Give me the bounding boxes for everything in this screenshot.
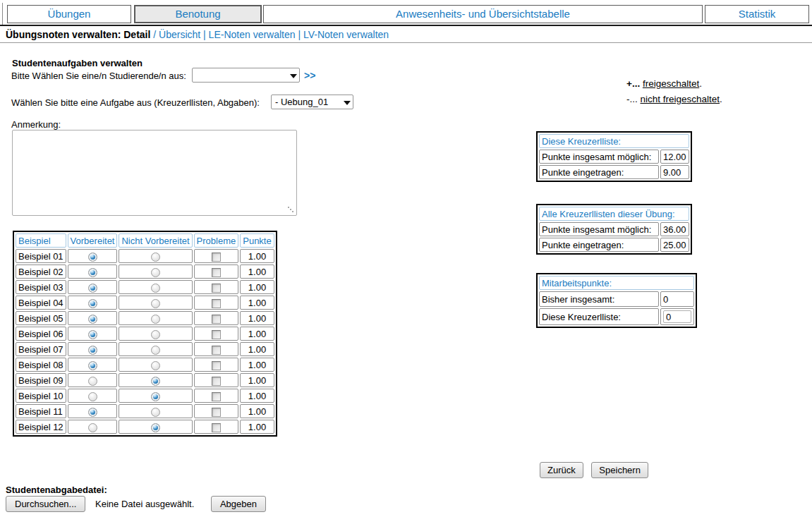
action-buttons: Zurück Speichern — [540, 462, 654, 478]
checkbox-probleme[interactable] — [212, 315, 221, 324]
radio-nicht-vorbereitet-cell — [119, 264, 192, 279]
radio-vorbereitet[interactable] — [88, 392, 97, 401]
radio-nicht-vorbereitet-cell — [119, 404, 192, 418]
radio-vorbereitet[interactable] — [88, 346, 97, 355]
probleme-cell — [194, 296, 239, 310]
radio-vorbereitet-cell — [68, 342, 118, 356]
student-select[interactable] — [192, 68, 300, 83]
save-button[interactable]: Speichern — [591, 462, 648, 478]
info-label: Punkte eingetragen: — [539, 165, 659, 179]
radio-vorbereitet[interactable] — [88, 330, 97, 339]
checkbox-probleme[interactable] — [212, 253, 221, 262]
grading-table-header-row: Beispiel Vorbereitet Nicht Vorbereitet P… — [16, 233, 274, 248]
student-jump-link[interactable]: >> — [304, 70, 315, 81]
info-value-cell — [660, 308, 694, 325]
table-row: Beispiel 091.00 — [16, 373, 274, 387]
breadcrumb: Übungsnoten verwalten: Detail / Übersich… — [6, 29, 389, 40]
breadcrumb-slash: / — [153, 29, 156, 40]
radio-nicht-vorbereitet[interactable] — [151, 408, 160, 417]
info-value: 9.00 — [660, 165, 689, 179]
table-row: Beispiel 121.00 — [16, 420, 274, 434]
task-select[interactable]: - Uebung_01 — [271, 95, 353, 109]
radio-nicht-vorbereitet-cell — [119, 327, 192, 341]
radio-nicht-vorbereitet[interactable] — [151, 361, 160, 370]
table-row: Diese Kreuzerlliste: — [539, 308, 694, 325]
table-row: Beispiel 111.00 — [16, 404, 274, 418]
radio-vorbereitet[interactable] — [88, 408, 97, 417]
radio-vorbereitet[interactable] — [88, 423, 97, 432]
legend-freigeschaltet-label: freigeschaltet — [643, 78, 699, 89]
radio-vorbereitet[interactable] — [88, 253, 97, 262]
checkbox-probleme[interactable] — [212, 408, 221, 417]
col-header-vorbereitet: Vorbereitet — [68, 233, 118, 248]
info-label: Bisher insgesamt: — [539, 291, 659, 307]
checkbox-probleme[interactable] — [212, 268, 221, 277]
beispiel-name: Beispiel 06 — [16, 327, 66, 341]
checkbox-probleme[interactable] — [212, 392, 221, 401]
resize-grip-icon[interactable] — [288, 207, 289, 208]
tab-statistik[interactable]: Statistik — [705, 5, 809, 23]
radio-nicht-vorbereitet[interactable] — [151, 377, 160, 386]
radio-vorbereitet-cell — [68, 420, 118, 434]
checkbox-probleme[interactable] — [212, 330, 221, 339]
radio-nicht-vorbereitet[interactable] — [151, 423, 160, 432]
legend-freigeschaltet: +... freigeschaltet. — [626, 78, 702, 89]
radio-nicht-vorbereitet-cell — [119, 311, 192, 325]
checkbox-probleme[interactable] — [212, 377, 221, 386]
chevron-down-icon — [290, 74, 297, 78]
radio-vorbereitet-cell — [68, 373, 118, 387]
radio-vorbereitet-cell — [68, 296, 118, 310]
checkbox-probleme[interactable] — [212, 361, 221, 370]
info-value: 36.00 — [660, 222, 689, 236]
radio-vorbereitet[interactable] — [88, 361, 97, 370]
table-row: Beispiel 031.00 — [16, 280, 274, 294]
radio-nicht-vorbereitet[interactable] — [151, 299, 160, 308]
legend-period: . — [720, 94, 722, 104]
tab-uebungen[interactable]: Übungen — [7, 5, 131, 23]
radio-nicht-vorbereitet[interactable] — [151, 346, 160, 355]
beispiel-name: Beispiel 07 — [16, 342, 66, 356]
checkbox-probleme[interactable] — [212, 299, 221, 308]
breadcrumb-link-le-noten[interactable]: LE-Noten verwalten — [209, 29, 296, 40]
radio-nicht-vorbereitet-cell — [119, 249, 192, 263]
beispiel-name: Beispiel 11 — [16, 404, 66, 418]
radio-nicht-vorbereitet[interactable] — [151, 284, 160, 293]
no-file-text: Keine Datei ausgewählt. — [95, 499, 194, 509]
tab-anwesenheitstabelle[interactable]: Anwesenheits- und Übersichtstabelle — [263, 5, 703, 23]
checkbox-probleme[interactable] — [212, 346, 221, 355]
beispiel-name: Beispiel 12 — [16, 420, 66, 434]
table-row: Beispiel 101.00 — [16, 389, 274, 403]
radio-vorbereitet[interactable] — [88, 315, 97, 324]
punkte-value: 1.00 — [240, 342, 274, 356]
legend-plus-prefix: +... — [626, 78, 640, 89]
breadcrumb-link-lv-noten[interactable]: LV-Noten verwalten — [303, 29, 389, 40]
radio-vorbereitet[interactable] — [88, 299, 97, 308]
student-select-label: Bitte Wählen Sie eine/n Studierende/n au… — [11, 71, 186, 81]
tab-benotung[interactable]: Benotung — [134, 5, 262, 23]
tabbar-frame-edge — [2, 3, 3, 25]
probleme-cell — [194, 389, 239, 403]
breadcrumb-link-uebersicht[interactable]: Übersicht — [159, 29, 200, 40]
probleme-cell — [194, 342, 239, 356]
radio-nicht-vorbereitet[interactable] — [151, 253, 160, 262]
radio-vorbereitet[interactable] — [88, 284, 97, 293]
radio-vorbereitet[interactable] — [88, 377, 97, 386]
back-button[interactable]: Zurück — [540, 462, 583, 478]
col-header-punkte: Punkte — [240, 233, 274, 248]
radio-vorbereitet[interactable] — [88, 268, 97, 277]
anmerkung-textarea[interactable] — [12, 130, 297, 216]
radio-vorbereitet-cell — [68, 280, 118, 294]
checkbox-probleme[interactable] — [212, 284, 221, 293]
radio-nicht-vorbereitet[interactable] — [151, 330, 160, 339]
mitarbeitspunkte-input[interactable] — [663, 310, 691, 323]
submit-file-button[interactable]: Abgeben — [211, 496, 266, 512]
radio-nicht-vorbereitet[interactable] — [151, 268, 160, 277]
radio-nicht-vorbereitet[interactable] — [151, 315, 160, 324]
legend-nicht-freigeschaltet-label: nicht freigeschaltet — [641, 94, 720, 104]
legend-minus-prefix: -... — [626, 94, 638, 104]
checkbox-probleme[interactable] — [212, 423, 221, 432]
beispiel-name: Beispiel 09 — [16, 373, 66, 387]
table-row: Beispiel 021.00 — [16, 264, 274, 279]
radio-nicht-vorbereitet[interactable] — [151, 392, 160, 401]
browse-file-button[interactable]: Durchsuchen... — [6, 496, 85, 512]
